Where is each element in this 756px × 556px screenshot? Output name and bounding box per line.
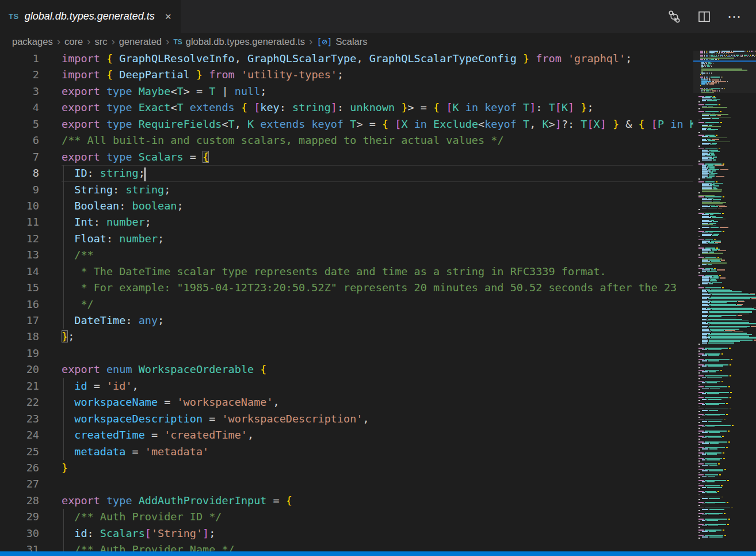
line-number: 11 xyxy=(0,214,39,230)
minimap-slider[interactable] xyxy=(693,51,756,93)
editor-actions: ⋯ xyxy=(667,0,756,33)
code-line[interactable]: createdTime = 'createdTime', xyxy=(62,427,693,443)
tab-bar: TS global.db.types.generated.ts × xyxy=(0,0,756,33)
breadcrumb-item-packages[interactable]: packages xyxy=(12,36,53,47)
code-line[interactable]: String: string; xyxy=(62,182,693,198)
breadcrumb-item-scalars[interactable]: [⊘]Scalars xyxy=(316,36,367,47)
more-actions-icon[interactable]: ⋯ xyxy=(727,13,742,20)
line-number: 17 xyxy=(0,313,39,329)
line-number: 15 xyxy=(0,280,39,296)
code-line[interactable]: DateTime: any; xyxy=(62,313,693,329)
vscode-window: TS global.db.types.generated.ts × xyxy=(0,0,756,556)
code-line[interactable]: workspaceName = 'workspaceName', xyxy=(62,394,693,410)
split-editor-icon[interactable] xyxy=(697,10,711,24)
code-line[interactable]: metadata = 'metadata' xyxy=(62,444,693,460)
typescript-file-icon: TS xyxy=(9,12,19,21)
breadcrumb-item-generated[interactable]: generated xyxy=(119,36,162,47)
line-number: 25 xyxy=(0,444,39,460)
line-number: 27 xyxy=(0,476,39,492)
code-line[interactable]: * The DateTime scalar type represents da… xyxy=(62,264,693,280)
status-bar[interactable] xyxy=(0,551,756,556)
code-line[interactable]: export type AddAuthProviderInput = { xyxy=(62,493,693,509)
code-line[interactable]: id: Scalars['String']; xyxy=(62,525,693,542)
code-line[interactable]: Int: number; xyxy=(62,214,693,230)
minimap-current-line-highlight xyxy=(693,60,756,62)
code-line[interactable]: /** Auth Provider Name */ xyxy=(62,542,693,551)
breadcrumb-label: src xyxy=(94,36,107,47)
code-line[interactable] xyxy=(62,476,693,492)
line-number: 2 xyxy=(0,67,39,83)
breadcrumb-item-src[interactable]: src xyxy=(94,36,107,47)
line-number: 19 xyxy=(0,345,39,361)
code-line[interactable]: Boolean: boolean; xyxy=(62,198,693,214)
text-cursor xyxy=(144,167,146,181)
breadcrumb-label: Scalars xyxy=(335,36,367,47)
code-line[interactable]: id = 'id', xyxy=(62,378,693,394)
line-number: 13 xyxy=(0,247,39,263)
close-icon[interactable]: × xyxy=(165,11,171,22)
line-number: 22 xyxy=(0,394,39,410)
line-number: 30 xyxy=(0,525,39,542)
code-line[interactable]: export enum WorkspaceOrderable { xyxy=(62,361,693,378)
code-line[interactable]: export type Scalars = { xyxy=(62,149,693,165)
code-line[interactable]: /** All built-in and custom scalars, map… xyxy=(62,132,693,148)
code-line[interactable]: export type RequireFields<T, K extends k… xyxy=(62,116,693,132)
breadcrumb-separator: › xyxy=(83,35,94,48)
line-number: 5 xyxy=(0,116,39,132)
line-number: 28 xyxy=(0,493,39,509)
line-number: 20 xyxy=(0,361,39,378)
line-number: 14 xyxy=(0,264,39,280)
code-line[interactable]: ID: string; xyxy=(62,165,693,181)
breadcrumb-separator: › xyxy=(305,35,316,48)
line-number: 8 xyxy=(0,165,39,181)
line-number: 29 xyxy=(0,509,39,525)
code-line[interactable]: export type Maybe<T> = T | null; xyxy=(62,83,693,100)
minimap[interactable] xyxy=(693,51,756,551)
breadcrumb-separator: › xyxy=(107,35,119,48)
breadcrumb-label: core xyxy=(64,36,83,47)
symbol-type-icon: [⊘] xyxy=(316,37,332,47)
tab-global-db-types-generated-ts[interactable]: TS global.db.types.generated.ts × xyxy=(0,0,181,33)
line-number: 3 xyxy=(0,83,39,100)
breadcrumb-item-core[interactable]: core xyxy=(64,36,83,47)
line-number-gutter[interactable]: 1234567891011121314151617181920212223242… xyxy=(0,51,62,551)
code-line[interactable]: export type Exact<T extends { [key: stri… xyxy=(62,100,693,116)
line-number: 7 xyxy=(0,149,39,165)
open-changes-icon[interactable] xyxy=(667,10,681,24)
code-line[interactable] xyxy=(62,345,693,361)
line-number: 10 xyxy=(0,198,39,214)
line-number: 24 xyxy=(0,427,39,443)
line-number: 31 xyxy=(0,542,39,551)
breadcrumb-label: global.db.types.generated.ts xyxy=(186,36,305,47)
breadcrumb-label: generated xyxy=(119,36,162,47)
code-line[interactable]: * For example: "1985-04-12T23:20:50.52Z"… xyxy=(62,280,693,296)
line-number: 12 xyxy=(0,231,39,247)
line-number: 4 xyxy=(0,100,39,116)
line-number: 21 xyxy=(0,378,39,394)
code-area[interactable]: import { GraphQLResolveInfo, GraphQLScal… xyxy=(62,51,693,551)
code-line[interactable]: import { GraphQLResolveInfo, GraphQLScal… xyxy=(62,51,693,67)
breadcrumb-separator: › xyxy=(53,35,64,48)
line-number: 1 xyxy=(0,51,39,67)
typescript-file-icon: TS xyxy=(173,38,182,46)
code-line[interactable]: /** Auth Provider ID */ xyxy=(62,509,693,525)
code-line[interactable]: Float: number; xyxy=(62,231,693,247)
code-line[interactable]: import { DeepPartial } from 'utility-typ… xyxy=(62,67,693,83)
breadcrumb-separator: › xyxy=(162,35,173,48)
breadcrumb-item-global-db-types-generated-ts[interactable]: TSglobal.db.types.generated.ts xyxy=(173,36,305,47)
line-number: 9 xyxy=(0,182,39,198)
line-number: 23 xyxy=(0,411,39,427)
line-number: 18 xyxy=(0,329,39,345)
code-line[interactable]: workspaceDescription = 'workspaceDescrip… xyxy=(62,411,693,427)
code-line[interactable]: */ xyxy=(62,296,693,313)
code-line[interactable]: /** xyxy=(62,247,693,263)
editor-group: 1234567891011121314151617181920212223242… xyxy=(0,51,756,551)
tab-label: global.db.types.generated.ts xyxy=(25,10,155,22)
breadcrumb: packages›core›src›generated›TSglobal.db.… xyxy=(0,33,756,51)
line-number: 26 xyxy=(0,460,39,476)
line-number: 6 xyxy=(0,132,39,148)
line-number: 16 xyxy=(0,296,39,313)
breadcrumb-label: packages xyxy=(12,36,53,47)
code-line[interactable]: }; xyxy=(62,329,693,345)
code-line[interactable]: } xyxy=(62,460,693,476)
